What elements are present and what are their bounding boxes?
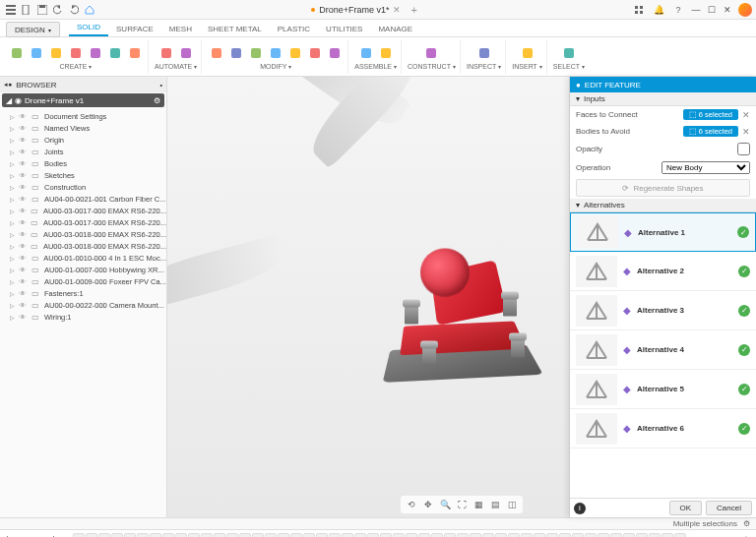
visibility-icon[interactable]: 👁 <box>19 301 29 309</box>
info-icon[interactable]: i <box>574 503 586 514</box>
timeline-feature[interactable] <box>521 533 533 538</box>
timeline-feature[interactable] <box>470 533 481 538</box>
torus-icon[interactable] <box>67 44 85 62</box>
timeline-feature[interactable] <box>303 533 315 538</box>
tree-item[interactable]: ▷👁▭AU00-03-0018-000 EMAX RS6-220... <box>0 240 166 252</box>
workspace-switcher[interactable]: DESIGN ▾ <box>6 22 60 37</box>
ribbon-tab-mesh[interactable]: MESH <box>161 22 200 36</box>
tab-close-icon[interactable]: ✕ <box>393 5 401 15</box>
visibility-icon[interactable]: 👁 <box>19 313 29 321</box>
tool-group-label[interactable]: MODIFY ▾ <box>260 63 291 70</box>
tree-item[interactable]: ▷👁▭AU00-00-0022-000 Camera Mount... <box>0 299 166 311</box>
split-icon[interactable] <box>247 44 265 62</box>
expand-icon[interactable]: ▷ <box>10 290 16 297</box>
opacity-checkbox[interactable] <box>737 143 750 155</box>
grid-icon[interactable]: ▤ <box>488 498 502 511</box>
expand-icon[interactable]: ▷ <box>10 278 16 285</box>
move-icon[interactable] <box>286 44 304 62</box>
ok-button[interactable]: OK <box>669 501 703 515</box>
timeline-feature[interactable] <box>674 533 686 538</box>
clear-icon[interactable]: ✕ <box>742 127 750 137</box>
tool-group-label[interactable]: AUTOMATE ▾ <box>155 63 197 70</box>
expand-icon[interactable]: ▷ <box>10 208 16 214</box>
timeline-feature[interactable] <box>610 533 622 538</box>
box-icon[interactable] <box>8 44 26 62</box>
align-icon[interactable] <box>306 44 324 62</box>
del-icon[interactable] <box>326 44 344 62</box>
timeline-feature[interactable] <box>495 533 507 538</box>
expand-icon[interactable]: ▷ <box>10 184 16 191</box>
timeline-feature[interactable] <box>265 533 277 538</box>
timeline-next-icon[interactable]: ▸| <box>45 534 57 538</box>
help-icon[interactable]: ? <box>671 3 685 17</box>
expand-icon[interactable]: ▷ <box>10 125 16 132</box>
timeline-feature[interactable] <box>86 533 97 538</box>
expand-icon[interactable]: ▷ <box>10 149 16 155</box>
close-icon[interactable]: ✕ <box>723 5 732 15</box>
sel-icon[interactable] <box>560 44 578 62</box>
timeline-prev-icon[interactable]: ◂ <box>18 534 30 538</box>
new-tab-icon[interactable]: + <box>410 4 416 16</box>
expand-icon[interactable]: ▷ <box>10 196 16 203</box>
browser-header[interactable]: ◂● BROWSER • <box>0 77 166 92</box>
visibility-icon[interactable]: 👁 <box>19 266 29 273</box>
user-avatar[interactable] <box>738 3 752 17</box>
tree-item[interactable]: ▷👁▭AU04-00-0021-001 Carbon Fiber C... <box>0 193 166 205</box>
save-icon[interactable] <box>35 3 49 17</box>
alternatives-section-header[interactable]: ▾Alternatives <box>570 199 756 212</box>
timeline-feature[interactable] <box>278 533 289 538</box>
timeline-feature[interactable] <box>546 533 558 538</box>
expand-icon[interactable]: ▷ <box>10 137 16 144</box>
alternative-item[interactable]: ◆Alternative 4✓ <box>570 330 756 370</box>
expand-icon[interactable]: ▷ <box>10 255 16 262</box>
tree-item[interactable]: ▷👁▭Named Views <box>0 122 166 134</box>
timeline-feature[interactable] <box>393 533 405 538</box>
expand-icon[interactable]: ▷ <box>10 302 16 309</box>
tree-item[interactable]: ▷👁▭AU00-03-0017-000 EMAX RS6-220... <box>0 205 166 216</box>
timeline-feature[interactable] <box>226 533 238 538</box>
visibility-icon[interactable]: 👁 <box>19 136 29 144</box>
timeline-items[interactable] <box>73 533 738 538</box>
visibility-icon[interactable]: 👁 <box>19 230 29 238</box>
alternative-item[interactable]: ◆Alternative 1✓ <box>570 212 756 252</box>
ribbon-tab-surface[interactable]: SURFACE <box>108 22 161 36</box>
loft-icon[interactable] <box>126 44 144 62</box>
expand-icon[interactable]: ▷ <box>10 219 16 226</box>
timeline-feature[interactable] <box>559 533 571 538</box>
tree-item[interactable]: ▷👁▭Sketches <box>0 169 166 181</box>
timeline-feature[interactable] <box>342 533 353 538</box>
visibility-icon[interactable]: 👁 <box>19 195 29 203</box>
timeline-feature[interactable] <box>137 533 149 538</box>
visibility-icon[interactable]: 👁 <box>19 277 29 285</box>
asm-icon[interactable] <box>377 44 395 62</box>
visibility-icon[interactable]: 👁 <box>19 124 29 132</box>
timeline-feature[interactable] <box>124 533 136 538</box>
joint-icon[interactable] <box>357 44 375 62</box>
timeline-feature[interactable] <box>111 533 123 538</box>
timeline-feature[interactable] <box>329 533 341 538</box>
ribbon-tab-manage[interactable]: MANAGE <box>370 22 420 36</box>
timeline-feature[interactable] <box>98 533 110 538</box>
expand-icon[interactable]: ▷ <box>10 314 16 321</box>
tree-item[interactable]: ▷👁▭Joints <box>0 146 166 157</box>
timeline-feature[interactable] <box>457 533 469 538</box>
extr-icon[interactable] <box>87 44 104 62</box>
auto1-icon[interactable] <box>158 44 175 62</box>
tree-item[interactable]: ▷👁▭Origin <box>0 134 166 146</box>
visibility-icon[interactable]: 👁 <box>19 148 29 155</box>
timeline-feature[interactable] <box>585 533 597 538</box>
rev-icon[interactable] <box>106 44 124 62</box>
tree-item[interactable]: ▷👁▭AU00-03-0017-000 EMAX RS6-220... <box>0 216 166 228</box>
expand-icon[interactable]: ▷ <box>10 160 16 167</box>
tool-group-label[interactable]: SELECT ▾ <box>553 63 585 70</box>
visibility-icon[interactable]: 👁 <box>19 242 29 250</box>
display-icon[interactable]: ▦ <box>472 498 485 511</box>
tree-item[interactable]: ▷👁▭AU00-01-0010-000 4 In 1 ESC Moc... <box>0 252 166 264</box>
timeline-feature[interactable] <box>623 533 635 538</box>
visibility-icon[interactable]: 👁 <box>19 159 29 167</box>
browser-root-node[interactable]: ◢◉ Drone+Frame v1 ⚙ <box>2 93 164 107</box>
timeline-feature[interactable] <box>290 533 302 538</box>
tool-group-label[interactable]: INSERT ▾ <box>512 63 542 70</box>
tree-item[interactable]: ▷👁▭AU00-03-0018-000 EMAX RS6-220... <box>0 228 166 240</box>
extensions-icon[interactable] <box>632 3 646 17</box>
